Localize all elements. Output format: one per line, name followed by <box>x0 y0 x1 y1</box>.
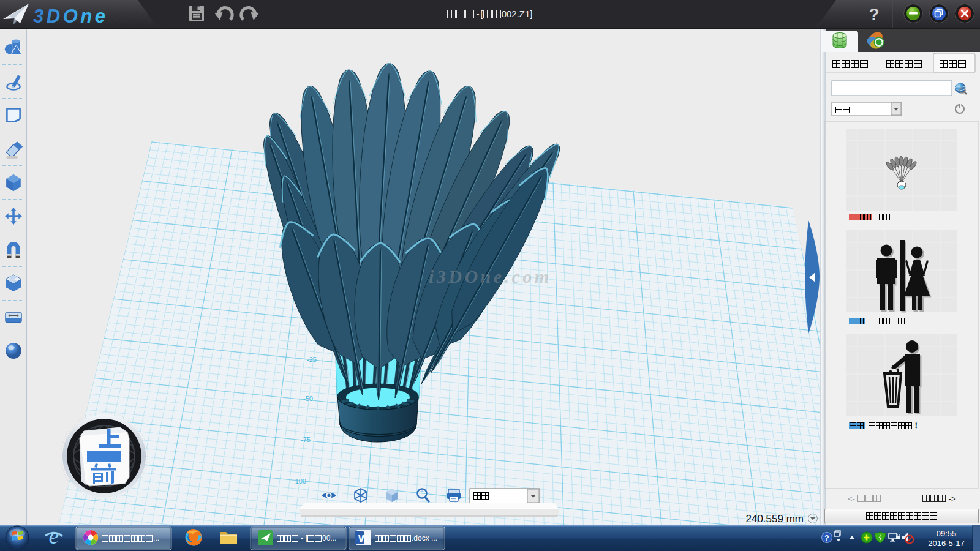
svg-text:-50: -50 <box>303 395 313 402</box>
svg-text:-100: -100 <box>293 478 306 485</box>
svg-text:?: ? <box>824 534 829 542</box>
svg-text:09:55: 09:55 <box>937 529 957 538</box>
svg-text:240.559 mm: 240.559 mm <box>746 513 804 525</box>
svg-text:-25: -25 <box>307 356 317 363</box>
svg-text:?: ? <box>869 5 879 24</box>
svg-text:W: W <box>358 533 369 545</box>
svg-text:-75: -75 <box>301 436 311 443</box>
svg-text:2016-5-17: 2016-5-17 <box>928 539 964 548</box>
svg-text:e: e <box>49 525 59 549</box>
